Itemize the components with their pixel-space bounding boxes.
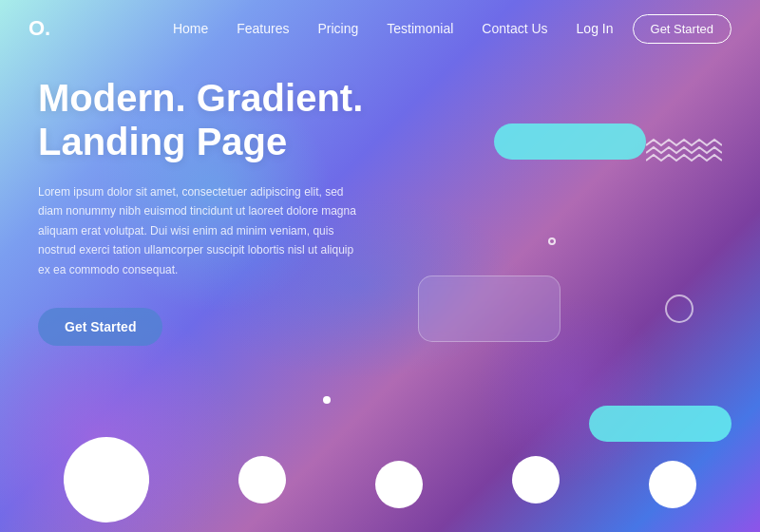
logo: O. bbox=[28, 16, 50, 41]
cyan-rectangle-top bbox=[494, 124, 646, 160]
zigzag-svg bbox=[646, 138, 722, 166]
circle-medium-1 bbox=[238, 456, 286, 504]
nav-link-pricing[interactable]: Pricing bbox=[318, 21, 359, 36]
circle-medium-2 bbox=[375, 461, 423, 508]
zigzag-decoration bbox=[646, 138, 722, 166]
login-button[interactable]: Log In bbox=[577, 21, 614, 36]
hero-description: Lorem ipsum dolor sit amet, consectetuer… bbox=[38, 182, 361, 279]
circle-large bbox=[64, 437, 149, 522]
nav-link-features[interactable]: Features bbox=[237, 21, 289, 36]
small-dot-1 bbox=[323, 396, 331, 404]
circle-outline-1 bbox=[665, 294, 694, 323]
frosted-rectangle bbox=[418, 276, 560, 342]
hero-cta-button[interactable]: Get Started bbox=[38, 308, 162, 346]
nav-link-home[interactable]: Home bbox=[173, 21, 208, 36]
nav-link-testimonial[interactable]: Testimonial bbox=[387, 21, 453, 36]
hero-title: Modern. Gradient. Landing Page bbox=[38, 76, 399, 163]
circle-dot-small bbox=[548, 238, 556, 245]
get-started-nav-button[interactable]: Get Started bbox=[633, 14, 732, 44]
bottom-circles bbox=[0, 437, 760, 522]
circle-medium-4 bbox=[649, 461, 696, 508]
landing-page: O. Home Features Pricing Testimonial Con… bbox=[0, 0, 760, 532]
hero-section: Modern. Gradient. Landing Page Lorem ips… bbox=[38, 76, 399, 346]
nav-actions: Log In Get Started bbox=[577, 14, 732, 44]
navbar: O. Home Features Pricing Testimonial Con… bbox=[0, 0, 760, 57]
nav-link-contact[interactable]: Contact Us bbox=[482, 21, 547, 36]
nav-links: Home Features Pricing Testimonial Contac… bbox=[173, 21, 548, 36]
circle-medium-3 bbox=[512, 456, 560, 504]
